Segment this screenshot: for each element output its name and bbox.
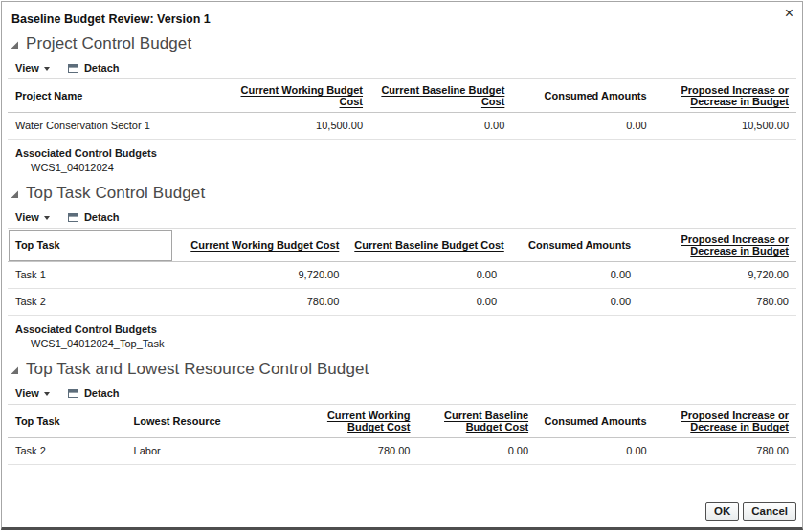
collapse-triangle-icon[interactable] [10,40,19,50]
column-header-top-task[interactable]: Top Task [8,229,173,262]
table-cell: 780.00 [283,438,417,465]
table-cell: Water Conservation Sector 1 [8,113,229,140]
table-cell: 780.00 [173,289,346,316]
section-project-control-budget: Project Control Budget View Detach Proje… [8,34,796,173]
table-cell: 0.00 [536,438,655,465]
section-header: Top Task and Lowest Resource Control Bud… [10,360,794,379]
view-menu-button[interactable]: View [15,211,50,223]
top-task-budget-table: Top Task Current Working Budget Cost Cur… [8,228,796,316]
column-header-proposed-increase-decrease[interactable]: Proposed Increase or Decrease in Budget [638,229,796,262]
table-row[interactable]: Task 2 Labor 780.00 0.00 0.00 780.00 [8,438,796,465]
associated-control-budgets: Associated Control Budgets WCS1_04012024 [15,147,796,173]
section-top-task-control-budget: Top Task Control Budget View Detach Top … [8,184,796,349]
section-title: Top Task and Lowest Resource Control Bud… [26,360,368,379]
detach-label: Detach [84,211,120,223]
dialog-title: Baseline Budget Review: Version 1 [11,12,211,26]
section-header: Project Control Budget [10,34,794,54]
chevron-down-icon [44,392,50,396]
section-title: Project Control Budget [26,34,191,54]
view-menu-label: View [15,211,39,223]
column-header-current-working-budget-cost[interactable]: Current Working Budget Cost [173,229,346,262]
column-header-current-baseline-budget-cost[interactable]: Current Baseline Budget Cost [417,405,536,438]
associated-control-budgets-label: Associated Control Budgets [15,147,796,159]
table-toolbar: View Detach [15,388,796,399]
table-row[interactable]: Water Conservation Sector 1 10,500.00 0.… [8,113,796,140]
dialog-body: Project Control Budget View Detach Proje… [2,34,802,465]
detach-icon [67,211,79,223]
section-top-task-lowest-resource-budget: Top Task and Lowest Resource Control Bud… [8,360,796,465]
detach-label: Detach [84,62,120,74]
column-header-consumed-amounts[interactable]: Consumed Amounts [504,229,638,262]
table-cell: 780.00 [638,289,796,316]
table-cell: 0.00 [417,438,536,465]
column-header-current-working-budget-cost[interactable]: Current Working Budget Cost [229,79,370,113]
view-menu-label: View [15,388,39,399]
table-cell: 0.00 [504,262,638,289]
section-header: Top Task Control Budget [10,184,794,203]
table-cell: Task 2 [8,289,173,316]
column-header-proposed-increase-decrease[interactable]: Proposed Increase or Decrease in Budget [655,405,796,438]
detach-icon [67,62,79,74]
associated-control-budgets: Associated Control Budgets WCS1_04012024… [15,323,796,349]
table-row[interactable]: Task 1 9,720.00 0.00 0.00 9,720.00 [8,262,796,289]
baseline-budget-review-dialog: Baseline Budget Review: Version 1 × Proj… [1,1,803,530]
table-cell: 0.00 [370,113,512,140]
column-header-current-baseline-budget-cost[interactable]: Current Baseline Budget Cost [370,79,512,113]
table-header-row: Top Task Current Working Budget Cost Cur… [8,229,796,262]
project-budget-table: Project Name Current Working Budget Cost… [8,78,796,140]
chevron-down-icon [44,67,50,71]
collapse-triangle-icon[interactable] [10,189,19,199]
table-toolbar: View Detach [15,211,796,223]
detach-label: Detach [84,388,120,399]
detach-button[interactable]: Detach [67,211,120,223]
column-header-consumed-amounts[interactable]: Consumed Amounts [536,405,655,438]
top-task-lowest-resource-table: Top Task Lowest Resource Current Working… [8,404,796,465]
chevron-down-icon [44,216,50,220]
table-header-row: Top Task Lowest Resource Current Working… [8,405,796,438]
table-cell: 9,720.00 [638,262,796,289]
ok-button[interactable]: OK [705,502,739,521]
view-menu-label: View [15,62,39,74]
table-cell: 0.00 [504,289,638,316]
associated-control-budgets-value: WCS1_04012024 [31,162,796,173]
view-menu-button[interactable]: View [15,388,50,399]
column-header-top-task[interactable]: Top Task [8,405,126,438]
column-header-current-working-budget-cost[interactable]: Current Working Budget Cost [283,405,417,438]
table-cell: Task 2 [8,438,126,465]
table-cell: Labor [126,438,284,465]
table-header-row: Project Name Current Working Budget Cost… [8,79,796,113]
section-title: Top Task Control Budget [26,184,205,203]
table-cell: 0.00 [346,262,504,289]
table-cell: 780.00 [655,438,796,465]
detach-button[interactable]: Detach [67,388,120,399]
table-cell: Task 1 [8,262,173,289]
table-cell: 10,500.00 [229,113,370,140]
dialog-footer: OK Cancel [705,502,796,521]
column-header-proposed-increase-decrease[interactable]: Proposed Increase or Decrease in Budget [655,79,796,113]
detach-icon [67,388,79,399]
table-cell: 9,720.00 [173,262,346,289]
column-header-lowest-resource[interactable]: Lowest Resource [126,405,284,438]
collapse-triangle-icon[interactable] [10,366,19,375]
associated-control-budgets-label: Associated Control Budgets [15,323,796,335]
table-cell: 10,500.00 [655,113,796,140]
column-header-consumed-amounts[interactable]: Consumed Amounts [512,79,654,113]
column-header-current-baseline-budget-cost[interactable]: Current Baseline Budget Cost [346,229,504,262]
table-row[interactable]: Task 2 780.00 0.00 0.00 780.00 [8,289,796,316]
dialog-header: Baseline Budget Review: Version 1 × [2,2,802,27]
table-cell: 0.00 [346,289,504,316]
view-menu-button[interactable]: View [15,62,50,74]
column-header-project-name[interactable]: Project Name [8,79,229,113]
close-icon[interactable]: × [785,6,793,21]
associated-control-budgets-value: WCS1_04012024_Top_Task [31,338,796,349]
table-cell: 0.00 [512,113,654,140]
cancel-button[interactable]: Cancel [743,502,796,521]
detach-button[interactable]: Detach [67,62,120,74]
table-toolbar: View Detach [15,62,796,74]
